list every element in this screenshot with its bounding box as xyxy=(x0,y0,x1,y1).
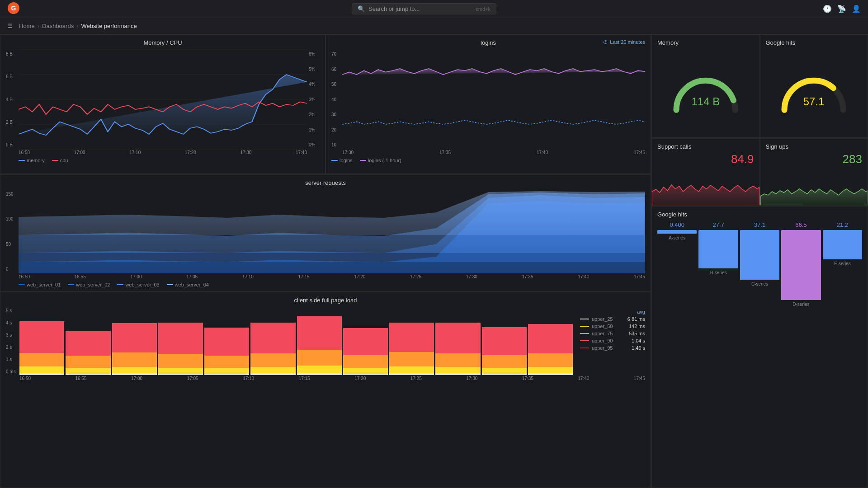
bar-val-c: 37.1 xyxy=(754,221,765,228)
google-hits-gauge-container: 57.1 xyxy=(766,48,863,133)
legend-dot-cpu xyxy=(52,160,58,161)
bar-group-1720[interactable] xyxy=(297,316,342,375)
top-row: Memory / CPU 8 B 6 B 4 B 2 B 0 B xyxy=(0,34,651,174)
support-calls-panel: Support calls 84.9 xyxy=(651,138,760,206)
bar-seg-yellow xyxy=(482,368,527,374)
legend-dot-ws1 xyxy=(19,284,25,285)
bar-seg-orange xyxy=(343,355,388,368)
google-hits-gauge-title: Google hits xyxy=(766,39,863,46)
bar-group-1700[interactable] xyxy=(112,316,157,375)
grafana-logo[interactable]: G xyxy=(7,2,20,16)
right-column: Memory 114 B Google hits xyxy=(651,34,868,488)
breadcrumb-dashboards[interactable]: Dashboards xyxy=(42,23,74,29)
server-requests-chart: 150 100 50 0 xyxy=(6,190,645,273)
x-axis-server: 16:50 18:55 17:00 17:05 17:10 17:15 17:2… xyxy=(6,273,645,279)
x-axis-pageload: 16:50 16:55 17:00 17:05 17:10 17:15 17:2… xyxy=(6,375,645,381)
google-hits-bars-panel: Google hits 0.400 A-series 27.7 xyxy=(651,206,868,488)
bar-col-b: 27.7 B-series xyxy=(698,221,738,275)
bar-group-1715[interactable] xyxy=(250,316,295,375)
page-load-panel: client side full page load 5 s 4 s 3 s 2… xyxy=(0,292,651,488)
bar-seg-red xyxy=(66,331,110,356)
legend-ws3[interactable]: web_server_03 xyxy=(117,282,159,287)
breadcrumb-sep-1: › xyxy=(38,23,39,29)
bar-group-1740[interactable] xyxy=(482,316,527,375)
swatch-upper25 xyxy=(580,319,589,319)
bar-seg-orange xyxy=(19,353,64,366)
legend-upper75[interactable]: upper_75 535 ms xyxy=(580,331,645,336)
logins-legend: logins logins (-1 hour) xyxy=(331,158,645,163)
google-hits-gauge-panel: Google hits 57.1 xyxy=(760,34,868,138)
bar-seg-orange xyxy=(389,352,434,366)
x-axis-memory-cpu: 16:50 17:00 17:10 17:20 17:30 17:40 xyxy=(6,149,320,155)
server-svg-container xyxy=(19,190,645,273)
bar-chart-container xyxy=(19,307,573,375)
avg-label: avg xyxy=(580,309,645,314)
bar-e[interactable] xyxy=(823,230,862,259)
last-20-badge: ⏱ Last 20 minutes xyxy=(603,39,645,45)
bar-group-1650[interactable] xyxy=(19,316,64,375)
legend-dot-memory xyxy=(19,160,25,161)
user-icon[interactable]: 👤 xyxy=(852,5,861,13)
x-axis-logins: 17:30 17:35 17:40 17:45 xyxy=(331,149,645,155)
bar-seg-white xyxy=(250,373,295,375)
legend-ws1[interactable]: web_server_01 xyxy=(19,282,61,287)
memory-cpu-legend: memory cpu xyxy=(6,158,320,163)
search-box[interactable]: 🔍 Search or jump to... cmd+k xyxy=(352,3,496,14)
legend-ws2[interactable]: web_server_02 xyxy=(68,282,110,287)
legend-upper95[interactable]: upper_95 1.46 s xyxy=(580,345,645,351)
bar-col-e: 21.2 E-series xyxy=(823,221,862,266)
bar-seg-red xyxy=(528,324,573,353)
bar-seg-yellow xyxy=(66,368,110,374)
bar-seg-orange xyxy=(435,353,480,367)
bar-group-1735[interactable] xyxy=(435,316,480,375)
logins-chart-area: 70 60 50 40 30 20 10 xyxy=(331,50,645,149)
bar-label-e: E-series xyxy=(834,261,851,266)
bar-group-1655[interactable] xyxy=(66,316,110,375)
notification-icon[interactable]: 📡 xyxy=(837,5,846,13)
legend-ws4[interactable]: web_server_04 xyxy=(167,282,209,287)
memory-cpu-title: Memory / CPU xyxy=(6,39,320,46)
bar-val-e: 21.2 xyxy=(837,221,848,228)
bar-seg-white xyxy=(389,373,434,375)
search-area: 🔍 Search or jump to... cmd+k xyxy=(25,3,823,14)
bar-val-b: 27.7 xyxy=(712,221,724,228)
legend-cpu[interactable]: cpu xyxy=(52,158,68,163)
legend-upper25[interactable]: upper_25 6.81 ms xyxy=(580,316,645,322)
sign-ups-panel: Sign ups 283 xyxy=(760,138,868,206)
server-requests-panel: server requests 150 100 50 0 xyxy=(0,174,651,292)
legend-upper90[interactable]: upper_90 1.04 s xyxy=(580,338,645,343)
bar-group-1725[interactable] xyxy=(343,316,388,375)
legend-dot-logins-hour xyxy=(360,160,366,161)
left-column: Memory / CPU 8 B 6 B 4 B 2 B 0 B xyxy=(0,34,651,488)
legend-logins-hour[interactable]: logins (-1 hour) xyxy=(360,158,401,163)
bar-group-1705[interactable] xyxy=(158,316,203,375)
topbar: G 🔍 Search or jump to... cmd+k 🕐 📡 👤 xyxy=(0,0,868,18)
topbar-icons: 🕐 📡 👤 xyxy=(823,5,861,13)
bar-seg-yellow xyxy=(204,368,249,374)
bar-seg-white xyxy=(482,374,527,375)
legend-memory[interactable]: memory xyxy=(19,158,45,163)
legend-upper50[interactable]: upper_50 142 ms xyxy=(580,324,645,329)
bar-seg-red xyxy=(158,323,203,354)
bar-col-a: 0.400 A-series xyxy=(657,221,697,240)
bar-seg-orange xyxy=(482,355,527,368)
bar-seg-white xyxy=(158,374,203,375)
bar-seg-yellow xyxy=(158,368,203,374)
legend-logins[interactable]: logins xyxy=(331,158,353,163)
bar-c[interactable] xyxy=(740,230,779,280)
swatch-upper90 xyxy=(580,340,589,341)
bar-val-d: 66.5 xyxy=(795,221,807,228)
bar-group-1710[interactable] xyxy=(204,316,249,375)
bar-group-1730[interactable] xyxy=(389,316,434,375)
bar-seg-orange xyxy=(528,353,573,367)
clock-icon[interactable]: 🕐 xyxy=(823,5,832,13)
breadcrumb-home[interactable]: Home xyxy=(19,23,35,29)
memory-cpu-chart-area: 8 B 6 B 4 B 2 B 0 B xyxy=(6,50,320,149)
bar-d[interactable] xyxy=(781,230,821,300)
bar-seg-yellow xyxy=(112,367,157,373)
bar-b[interactable] xyxy=(698,230,738,268)
bar-a[interactable] xyxy=(657,230,697,234)
bar-group-1745[interactable] xyxy=(528,316,573,375)
search-icon: 🔍 xyxy=(358,5,365,12)
menu-icon[interactable]: ☰ xyxy=(7,23,13,29)
